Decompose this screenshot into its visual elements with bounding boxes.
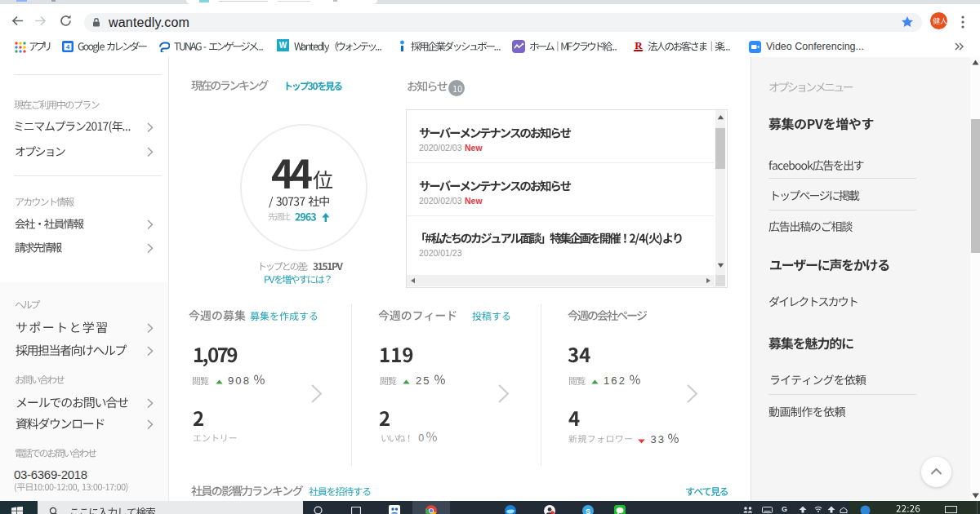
svg-text:S: S — [586, 507, 590, 514]
svg-text:4: 4 — [66, 43, 70, 51]
